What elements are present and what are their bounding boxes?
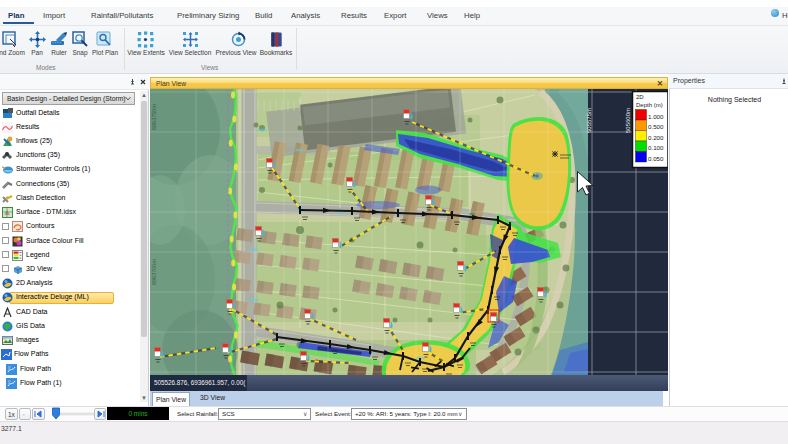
svg-text:2D: 2D: [636, 94, 644, 100]
svg-text:0.100: 0.100: [648, 144, 664, 151]
svg-text:0.200: 0.200: [648, 134, 664, 141]
svg-text:1.000: 1.000: [648, 113, 664, 120]
svg-text:0.050: 0.050: [648, 155, 664, 162]
svg-text:0.500: 0.500: [648, 123, 664, 130]
svg-text:505575m: 505575m: [586, 108, 592, 133]
svg-text:6963750m: 6963750m: [151, 104, 157, 130]
svg-text:505600m: 505600m: [625, 108, 631, 133]
svg-text:Depth (m): Depth (m): [636, 102, 663, 108]
svg-text:6963700m: 6963700m: [151, 259, 157, 285]
